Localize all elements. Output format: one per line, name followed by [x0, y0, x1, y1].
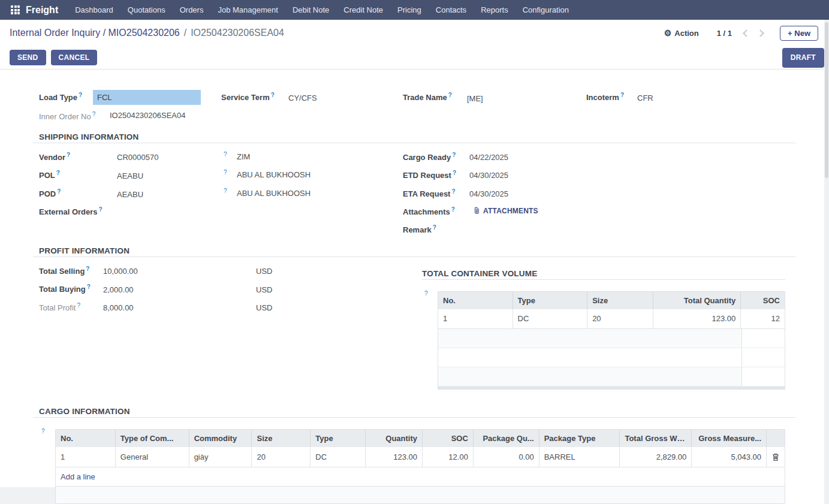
help-icon[interactable]: ? — [41, 428, 45, 434]
add-a-line-link[interactable]: Add a line — [61, 472, 95, 481]
cell-commodity[interactable]: giày — [189, 447, 252, 467]
cell-package-type[interactable]: BARREL — [539, 447, 620, 467]
column-header[interactable]: SOC — [741, 292, 785, 309]
column-header[interactable]: Size — [252, 430, 311, 447]
help-icon[interactable]: ? — [453, 170, 456, 176]
help-icon[interactable]: ? — [56, 170, 60, 176]
column-header[interactable]: Total Quantity — [653, 292, 741, 309]
cell-soc[interactable]: 12.00 — [423, 447, 474, 467]
help-icon[interactable]: ? — [224, 151, 227, 158]
apps-grid-icon[interactable] — [11, 5, 20, 14]
cell-type-of-commodity[interactable]: General — [116, 447, 189, 467]
breadcrumb-separator: / — [184, 28, 186, 38]
new-button[interactable]: + New — [780, 26, 818, 41]
total-selling-value[interactable]: 10,000.00 — [103, 267, 138, 276]
table-row[interactable]: 1 DC 20 123.00 12 — [438, 309, 785, 329]
cell-total-gross-weight[interactable]: 2,829.00 — [620, 447, 692, 467]
status-badge-draft[interactable]: DRAFT — [782, 48, 824, 68]
help-icon[interactable]: ? — [451, 188, 455, 195]
cell-package-quantity[interactable]: 0.00 — [474, 447, 539, 467]
pol-name-value[interactable]: ABU AL BUKHOOSH — [237, 170, 311, 179]
column-header[interactable]: Quantity — [366, 430, 423, 447]
nav-item-debit-note[interactable]: Debit Note — [285, 1, 336, 19]
action-menu-button[interactable]: ⚙ Action — [664, 28, 699, 38]
horizontal-scrollbar[interactable] — [438, 387, 785, 389]
cell-no[interactable]: 1 — [56, 447, 116, 467]
help-icon[interactable]: ? — [224, 188, 227, 194]
help-icon[interactable]: ? — [433, 224, 436, 231]
help-icon[interactable]: ? — [452, 152, 456, 158]
attachments-button[interactable]: ATTACHMENTS — [473, 207, 538, 215]
vendor-name-value[interactable]: ZIM — [237, 152, 250, 161]
help-icon[interactable]: ? — [92, 111, 96, 117]
column-header[interactable]: Commodity — [189, 430, 252, 447]
column-header[interactable]: SOC — [423, 430, 474, 447]
help-icon[interactable]: ? — [448, 92, 452, 98]
column-header[interactable]: No. — [438, 292, 513, 309]
pol-code-value[interactable]: AEABU — [117, 171, 143, 180]
help-icon[interactable]: ? — [67, 152, 70, 158]
container-volume-header-row: No. Type Size Total Quantity SOC — [438, 292, 785, 309]
pod-code-value[interactable]: AEABU — [117, 190, 143, 199]
nav-item-reports[interactable]: Reports — [474, 1, 516, 19]
delete-row-button[interactable] — [767, 447, 785, 467]
column-header[interactable]: Package Type — [539, 430, 620, 447]
service-term-value[interactable]: CY/CFS — [288, 93, 317, 102]
pager-previous-icon[interactable] — [743, 29, 750, 37]
send-button[interactable]: SEND — [10, 50, 46, 65]
nav-item-quotations[interactable]: Quotations — [120, 1, 173, 19]
app-brand[interactable]: Freight — [26, 5, 58, 16]
breadcrumb[interactable]: Internal Order Inquiry / MIO2504230206 — [10, 28, 180, 38]
total-buying-value[interactable]: 2,000.00 — [103, 285, 134, 294]
nav-item-configuration[interactable]: Configuration — [516, 1, 576, 19]
column-header[interactable]: Type of Com... — [116, 430, 189, 447]
help-icon[interactable]: ? — [424, 290, 428, 297]
cell-soc[interactable]: 12 — [741, 309, 785, 328]
help-icon[interactable]: ? — [77, 302, 80, 309]
column-header[interactable]: Type — [513, 292, 588, 309]
incoterm-value[interactable]: CFR — [637, 93, 653, 102]
cell-quantity[interactable]: 123.00 — [366, 447, 423, 467]
load-type-input[interactable]: FCL — [93, 90, 201, 105]
vendor-code-value[interactable]: CR0000570 — [117, 153, 158, 162]
vertical-scrollbar[interactable] — [824, 20, 829, 504]
nav-item-job-management[interactable]: Job Management — [210, 1, 285, 19]
help-icon[interactable]: ? — [451, 206, 455, 213]
column-header[interactable]: Package Qu... — [474, 430, 539, 447]
cell-total-quantity[interactable]: 123.00 — [653, 309, 741, 328]
etd-request-value[interactable]: 04/30/2025 — [469, 171, 508, 180]
nav-item-orders[interactable]: Orders — [173, 1, 211, 19]
cargo-ready-value[interactable]: 04/22/2025 — [469, 153, 508, 162]
divider — [33, 417, 795, 418]
help-icon[interactable]: ? — [620, 92, 624, 98]
pager-next-icon[interactable] — [756, 29, 764, 37]
column-header[interactable]: Gross Measure... — [692, 430, 767, 447]
column-header[interactable]: Size — [587, 292, 653, 309]
table-row[interactable]: 1 General giày 20 DC 123.00 12.00 0.00 B… — [56, 447, 785, 467]
scrollbar-thumb[interactable] — [825, 22, 828, 178]
cell-size[interactable]: 20 — [252, 447, 311, 467]
cell-gross-measurement[interactable]: 5,043.00 — [692, 447, 767, 467]
column-header[interactable]: Type — [311, 430, 366, 447]
column-header[interactable]: Total Gross Wei... — [620, 430, 692, 447]
cell-type[interactable]: DC — [311, 447, 366, 467]
cell-no[interactable]: 1 — [438, 309, 513, 328]
eta-request-value[interactable]: 04/30/2025 — [469, 189, 508, 198]
help-icon[interactable]: ? — [271, 92, 275, 98]
help-icon[interactable]: ? — [86, 265, 89, 272]
help-icon[interactable]: ? — [87, 283, 91, 290]
nav-item-pricing[interactable]: Pricing — [390, 1, 429, 19]
help-icon[interactable]: ? — [79, 92, 82, 98]
trade-name-value[interactable]: [ME] — [467, 94, 483, 103]
help-icon[interactable]: ? — [99, 206, 103, 213]
nav-item-dashboard[interactable]: Dashboard — [68, 1, 120, 19]
nav-item-credit-note[interactable]: Credit Note — [336, 1, 390, 19]
cell-size[interactable]: 20 — [587, 309, 653, 328]
column-header[interactable]: No. — [56, 430, 116, 447]
help-icon[interactable]: ? — [224, 169, 227, 176]
cell-type[interactable]: DC — [513, 309, 588, 328]
pod-name-value[interactable]: ABU AL BUKHOOSH — [237, 189, 311, 198]
help-icon[interactable]: ? — [57, 188, 61, 195]
cancel-button[interactable]: CANCEL — [51, 50, 98, 65]
nav-item-contacts[interactable]: Contacts — [429, 1, 474, 19]
